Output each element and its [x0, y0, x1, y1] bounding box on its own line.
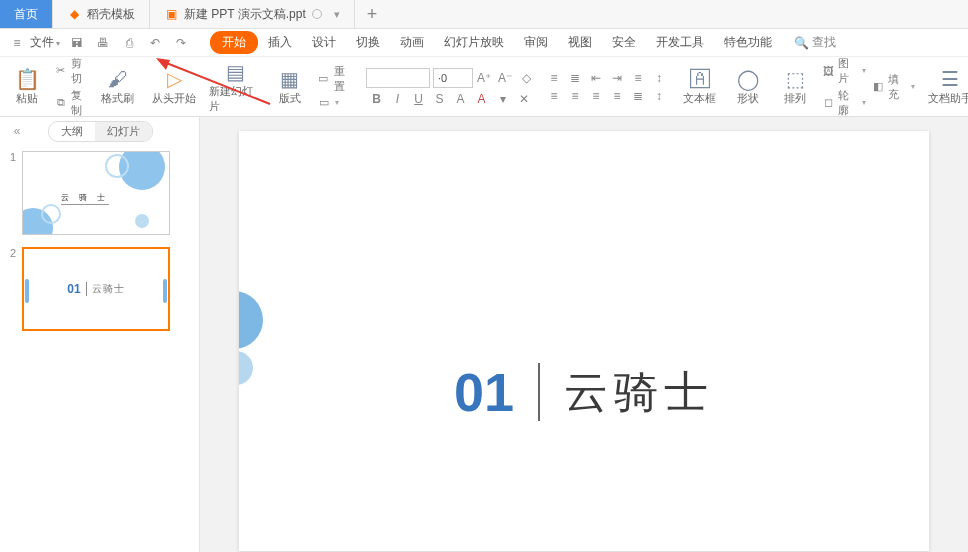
canvas-area[interactable]: 01 云骑士: [200, 117, 968, 552]
columns-button[interactable]: ≣: [630, 89, 646, 103]
picture-button[interactable]: 🖼图片▾: [822, 56, 865, 86]
arrange-button[interactable]: ⬚ 排列: [774, 67, 816, 106]
slide-thumb-1[interactable]: 云 骑 士: [22, 151, 170, 235]
redo-icon[interactable]: ↷: [172, 34, 190, 52]
reset-button[interactable]: ▭重置: [317, 64, 354, 94]
format-brush-button[interactable]: 🖌 格式刷: [97, 67, 139, 106]
align-justify-button[interactable]: ≡: [609, 89, 625, 103]
tab-templates[interactable]: ◆ 稻壳模板: [53, 0, 150, 28]
decoration-bar: [163, 279, 167, 303]
ribbon-tab-start[interactable]: 开始: [210, 31, 258, 54]
slide-title-text[interactable]: 云骑士: [564, 363, 714, 422]
numbering-button[interactable]: ≣: [567, 71, 583, 85]
menu-bar: ≡ 文件▾ 🖬 🖶 ⎙ ↶ ↷ 开始 插入 设计 切换 动画 幻灯片放映 审阅 …: [0, 29, 968, 57]
case-button[interactable]: ✕: [516, 92, 532, 106]
indent-left-button[interactable]: ⇤: [588, 71, 604, 85]
font-color-button[interactable]: A: [474, 92, 490, 106]
ribbon-tab-dev[interactable]: 开发工具: [646, 31, 714, 54]
picture-label: 图片: [838, 56, 857, 86]
shape-icon: ◯: [737, 67, 759, 91]
from-start-button[interactable]: ▷ 从头开始: [151, 67, 197, 106]
chevron-down-icon: ▾: [911, 82, 915, 91]
decrease-font-icon[interactable]: A⁻: [497, 71, 513, 85]
increase-font-icon[interactable]: A⁺: [476, 71, 492, 85]
layout-button[interactable]: ▦ 版式: [269, 67, 311, 106]
ribbon-tab-special[interactable]: 特色功能: [714, 31, 782, 54]
play-icon: ▷: [167, 67, 182, 91]
paste-icon: 📋: [15, 67, 40, 91]
clear-format-icon[interactable]: ◇: [518, 71, 534, 85]
from-start-label: 从头开始: [152, 91, 196, 106]
paste-button[interactable]: 📋 粘贴: [6, 67, 48, 106]
undo-icon[interactable]: ↶: [146, 34, 164, 52]
fill-mini: 🖼图片▾ ◻轮廓▾: [822, 56, 865, 118]
ribbon-tab-transition[interactable]: 切换: [346, 31, 390, 54]
search-button[interactable]: 🔍 查找: [794, 34, 836, 51]
ribbon-tab-view[interactable]: 视图: [558, 31, 602, 54]
ribbon-tabs: 开始 插入 设计 切换 动画 幻灯片放映 审阅 视图 安全 开发工具 特色功能: [210, 31, 782, 54]
layout-icon: ▦: [280, 67, 299, 91]
align-right-button[interactable]: ≡: [588, 89, 604, 103]
clipboard-group: 📋 粘贴 ✂剪切 ⧉复制 🖌 格式刷: [6, 61, 139, 112]
reset-label: 重置: [334, 64, 354, 94]
bold-button[interactable]: B: [369, 92, 385, 106]
fill-button[interactable]: ◧填充▾: [872, 72, 915, 102]
slide-thumb-2[interactable]: 01 云骑士: [22, 247, 170, 331]
section-button[interactable]: ▭▾: [317, 96, 354, 110]
app-menu-icon[interactable]: ≡: [8, 34, 26, 52]
slide1-text: 云 骑 士: [61, 192, 109, 203]
cut-button[interactable]: ✂剪切: [54, 56, 91, 86]
indent-right-button[interactable]: ⇥: [609, 71, 625, 85]
dropdown-icon[interactable]: ▾: [334, 8, 340, 21]
ribbon-tab-slideshow[interactable]: 幻灯片放映: [434, 31, 514, 54]
save-icon[interactable]: 🖬: [68, 34, 86, 52]
ribbon-tab-security[interactable]: 安全: [602, 31, 646, 54]
collapse-icon[interactable]: «: [8, 122, 26, 140]
align-left-button[interactable]: ≡: [546, 89, 562, 103]
copy-button[interactable]: ⧉复制: [54, 88, 91, 118]
shape-button[interactable]: ◯ 形状: [727, 67, 769, 106]
new-tab-button[interactable]: +: [355, 0, 390, 28]
play-group: ▷ 从头开始: [151, 61, 197, 112]
ribbon-tab-animation[interactable]: 动画: [390, 31, 434, 54]
doc-helper-button[interactable]: ☰ 文档助手: [927, 67, 968, 106]
picture-icon: 🖼: [822, 64, 834, 78]
print-dropdown-icon[interactable]: 🖶: [94, 34, 112, 52]
bullets-button[interactable]: ≡: [546, 71, 562, 85]
ribbon-tab-review[interactable]: 审阅: [514, 31, 558, 54]
align-text-button[interactable]: ↕: [651, 89, 667, 103]
font-family-select[interactable]: [366, 68, 430, 88]
print-preview-icon[interactable]: ⎙: [120, 34, 138, 52]
ribbon-tab-design[interactable]: 设计: [302, 31, 346, 54]
text-direction-button[interactable]: ↕: [651, 71, 667, 85]
font-size-select[interactable]: ·0: [433, 68, 473, 88]
decoration-circle: [135, 214, 149, 228]
tools-group: ☰ 文档助手 ▢ 演示工具: [927, 61, 968, 112]
strike-button[interactable]: S: [432, 92, 448, 106]
ribbon-tab-insert[interactable]: 插入: [258, 31, 302, 54]
file-menu-label: 文件: [30, 35, 54, 49]
shadow-button[interactable]: A: [453, 92, 469, 106]
reset-icon: ▭: [317, 72, 330, 86]
doc-helper-icon: ☰: [941, 67, 959, 91]
slide-number-text[interactable]: 01: [454, 361, 514, 423]
underline-button[interactable]: U: [411, 92, 427, 106]
decoration-divider: [86, 282, 87, 296]
slide-thumbnails: 1 云 骑 士 2 01 云骑: [0, 145, 199, 552]
outline-button[interactable]: ◻轮廓▾: [822, 88, 865, 118]
file-menu[interactable]: 文件▾: [30, 34, 60, 51]
panel-tab-slides[interactable]: 幻灯片: [95, 122, 152, 141]
tab-document[interactable]: ▣ 新建 PPT 演示文稿.ppt ▾: [150, 0, 355, 28]
italic-button[interactable]: I: [390, 92, 406, 106]
current-slide[interactable]: 01 云骑士: [239, 131, 929, 551]
highlight-button[interactable]: ▾: [495, 92, 511, 106]
panel-tab-outline[interactable]: 大纲: [49, 122, 95, 141]
align-center-button[interactable]: ≡: [567, 89, 583, 103]
chevron-down-icon: ▾: [56, 39, 60, 48]
textbox-button[interactable]: 🄰 文本框: [679, 67, 721, 106]
line-spacing-button[interactable]: ≡: [630, 71, 646, 85]
font-size-value: ·0: [438, 72, 447, 84]
fill-mini2: ◧填充▾: [872, 72, 915, 102]
tab-home[interactable]: 首页: [0, 0, 53, 28]
new-slide-button[interactable]: ▤ 新建幻灯片: [209, 60, 263, 114]
